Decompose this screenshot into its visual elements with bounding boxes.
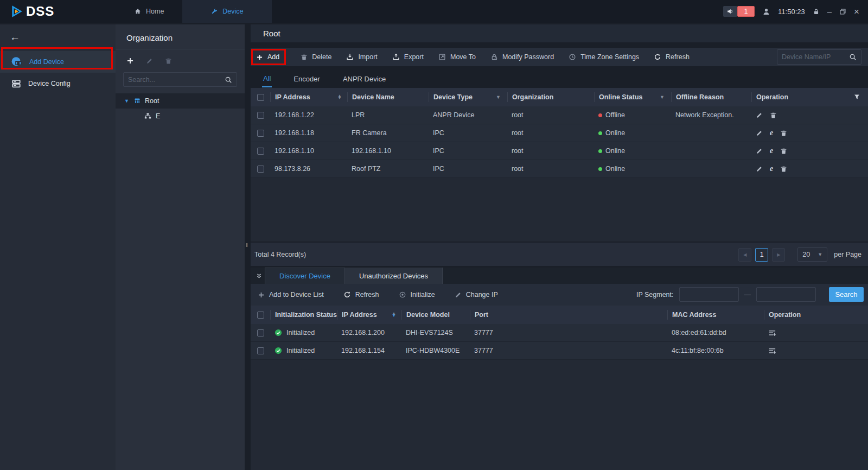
cell-operation: e — [751, 165, 868, 173]
row-select[interactable] — [251, 166, 270, 173]
column-header-organization: Organization — [507, 92, 594, 102]
checkbox-icon[interactable] — [257, 329, 264, 336]
collapse-panel-icon[interactable] — [253, 268, 265, 284]
edit-device-icon[interactable] — [756, 112, 763, 119]
lock-icon[interactable] — [813, 8, 820, 15]
tab-unauthorized-devices[interactable]: Unauthorized Devices — [345, 268, 443, 284]
web-page-icon[interactable]: e — [770, 147, 773, 155]
toolbar-button-label: Delete — [312, 53, 331, 61]
panel-splitter[interactable]: ‖ — [245, 24, 251, 470]
page-size-select[interactable]: 20 ▼ — [797, 247, 827, 262]
checkbox-icon[interactable] — [257, 312, 264, 319]
discover-toolbar-refresh-button[interactable]: Refresh — [343, 291, 379, 298]
checkbox-icon[interactable] — [257, 166, 264, 173]
row-select[interactable] — [251, 347, 270, 354]
tab-all[interactable]: All — [262, 70, 272, 87]
sort-icon[interactable]: ▲▼ — [337, 95, 342, 100]
tree-expand-caret-icon[interactable]: ▼ — [124, 98, 130, 104]
checkbox-icon[interactable] — [257, 112, 264, 119]
edit-org-icon[interactable] — [146, 57, 153, 65]
edit-device-icon[interactable] — [756, 148, 763, 155]
select-all-checkbox[interactable] — [251, 310, 270, 320]
next-page-button[interactable]: ▶ — [772, 248, 785, 262]
sidebar-item-device-config[interactable]: Device Config — [0, 73, 116, 94]
cell-device-type: IPC — [429, 129, 507, 137]
toolbar-time-zone-settings-button[interactable]: Time Zone Settings — [569, 53, 639, 61]
delete-device-icon[interactable] — [780, 148, 787, 155]
add-to-list-icon[interactable] — [768, 347, 776, 355]
ip-segment-end-input[interactable] — [756, 287, 816, 302]
row-select[interactable] — [251, 112, 270, 119]
splitter-grip-icon[interactable]: ‖ — [246, 243, 248, 248]
toolbar-import-button[interactable]: Import — [346, 53, 377, 61]
discover-toolbar-initialize-button[interactable]: Initialize — [399, 291, 435, 298]
row-select[interactable] — [251, 329, 270, 336]
nav-tab-label: Home — [146, 8, 164, 15]
minimize-button[interactable]: – — [827, 8, 832, 16]
delete-device-icon[interactable] — [780, 130, 787, 137]
column-header-label: Operation — [756, 93, 788, 101]
speaker-icon[interactable] — [723, 6, 737, 17]
ip-search-button[interactable]: Search — [829, 287, 864, 302]
cell-organization: root — [507, 129, 594, 137]
toolbar-add-button[interactable]: Add — [251, 49, 286, 65]
row-select[interactable] — [251, 130, 270, 137]
nav-tab-home[interactable]: Home — [116, 0, 182, 23]
cell-ip-address: 192.168.1.154 — [337, 347, 401, 354]
add-to-list-icon[interactable] — [768, 329, 776, 337]
sort-icon[interactable]: ▲▼ — [392, 313, 396, 317]
toolbar-export-button[interactable]: Export — [392, 53, 424, 61]
app-logo: DSS — [0, 4, 116, 19]
toolbar-delete-button[interactable]: Delete — [301, 53, 331, 61]
restore-button[interactable] — [839, 8, 846, 15]
delete-org-icon[interactable] — [165, 57, 172, 65]
user-icon[interactable] — [762, 8, 770, 16]
checkbox-icon[interactable] — [257, 148, 264, 155]
edit-device-icon[interactable] — [756, 130, 763, 137]
web-page-icon[interactable]: e — [770, 129, 773, 137]
tree-node-root[interactable]: ▼Root — [116, 93, 245, 109]
checkbox-icon[interactable] — [257, 94, 264, 101]
filter-caret-icon[interactable]: ▼ — [496, 94, 501, 100]
filter-caret-icon[interactable]: ▼ — [660, 94, 665, 100]
discover-toolbar-add-to-device-list-button[interactable]: Add to Device List — [258, 291, 324, 298]
edit-device-icon[interactable] — [756, 166, 763, 173]
column-header-label: Initialization Status — [275, 311, 337, 319]
select-all-checkbox[interactable] — [251, 92, 270, 102]
org-child-icon — [144, 112, 152, 120]
delete-device-icon[interactable] — [780, 166, 787, 173]
organization-search-input[interactable] — [128, 76, 225, 84]
toolbar-modify-password-button[interactable]: Modify Password — [490, 53, 554, 61]
cell-operation — [764, 329, 868, 337]
checkbox-icon[interactable] — [257, 347, 264, 354]
discover-toolbar-change-ip-button[interactable]: Change IP — [455, 291, 498, 298]
column-header-label: Device Type — [433, 93, 473, 101]
filter-icon[interactable] — [853, 93, 860, 100]
checkbox-icon[interactable] — [257, 130, 264, 137]
row-select[interactable] — [251, 148, 270, 155]
search-icon[interactable] — [225, 76, 232, 84]
toolbar-refresh-button[interactable]: Refresh — [654, 53, 690, 61]
close-button[interactable]: × — [854, 7, 859, 16]
toolbar-move-to-button[interactable]: Move To — [438, 53, 476, 61]
tree-node-e[interactable]: E — [116, 109, 245, 124]
delete-device-icon[interactable] — [770, 112, 777, 119]
tab-discover-device[interactable]: Discover Device — [265, 268, 345, 284]
back-button[interactable]: ← — [0, 24, 116, 51]
prev-page-button[interactable]: ◀ — [738, 248, 751, 262]
search-icon[interactable] — [849, 53, 857, 61]
web-page-icon[interactable]: e — [770, 165, 773, 173]
status-dot-icon — [598, 113, 602, 117]
ip-segment-start-input[interactable] — [679, 287, 739, 302]
tab-encoder[interactable]: Encoder — [292, 71, 321, 87]
ip-segment-group: IP Segment: — Search — [636, 287, 864, 302]
initialize-icon — [399, 291, 406, 298]
tab-anpr-device[interactable]: ANPR Device — [342, 71, 387, 87]
notification-badge[interactable]: 1 — [737, 6, 755, 17]
add-org-icon[interactable] — [126, 57, 134, 65]
device-search-input[interactable] — [782, 53, 849, 61]
notification-group[interactable]: 1 — [723, 6, 755, 17]
sidebar-item-add-device[interactable]: Add Device — [0, 51, 116, 73]
nav-tab-device[interactable]: Device — [182, 0, 271, 23]
current-page-button[interactable]: 1 — [755, 248, 768, 262]
